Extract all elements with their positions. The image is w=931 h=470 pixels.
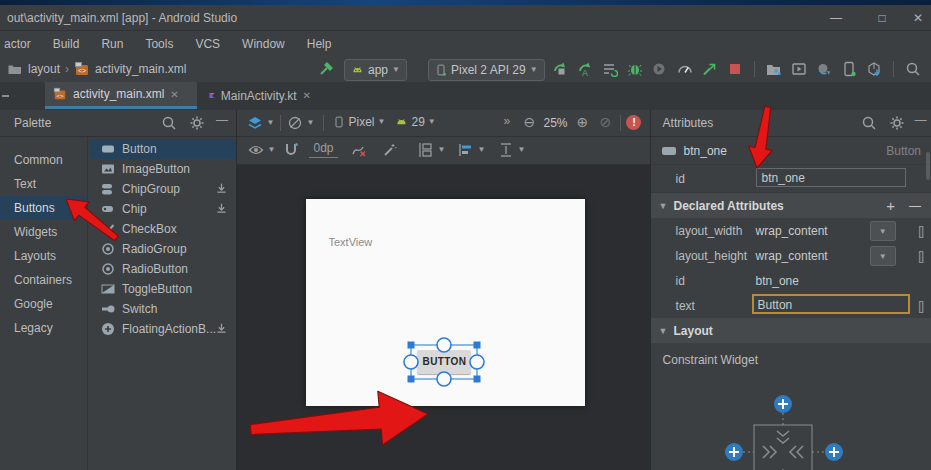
resource-flag-icon[interactable]: [] — [918, 299, 923, 313]
collapse-arrow-icon[interactable]: ▼ — [659, 201, 668, 211]
profile-app-icon[interactable] — [702, 61, 718, 77]
menu-item-run[interactable]: Run — [90, 37, 134, 51]
palette-item-button[interactable]: Button — [89, 139, 236, 159]
error-panel-icon[interactable]: ! — [626, 115, 641, 130]
category-layouts[interactable]: Layouts — [0, 244, 87, 268]
declared-attributes-header[interactable]: ▼ Declared Attributes + — — [651, 193, 931, 218]
collapse-arrow-icon[interactable]: ▼ — [659, 326, 668, 336]
run-icon[interactable] — [552, 61, 568, 77]
apply-code-changes-icon[interactable] — [602, 61, 618, 77]
zoom-in-button[interactable]: ⊕ — [576, 114, 588, 130]
category-text[interactable]: Text — [0, 172, 87, 196]
component-row[interactable]: btn_one Button — [651, 137, 931, 165]
search-icon[interactable] — [161, 115, 177, 131]
category-common[interactable]: Common — [0, 148, 87, 172]
maximize-button[interactable]: □ — [859, 11, 905, 25]
default-margin-selector[interactable]: 0dp — [309, 141, 337, 158]
palette-item-togglebutton[interactable]: ToggleButton — [89, 279, 236, 299]
menu-item-build[interactable]: Build — [42, 37, 91, 51]
search-everywhere-icon[interactable] — [905, 61, 921, 77]
attribute-row-layout-width[interactable]: layout_width wrap_content ▼ [] — [651, 218, 931, 243]
category-buttons[interactable]: Buttons — [0, 196, 87, 220]
attribute-value[interactable]: btn_one — [756, 274, 799, 288]
breadcrumb-file[interactable]: activity_main.xml — [95, 62, 186, 76]
profiler-icon[interactable] — [677, 61, 693, 77]
dropdown-button[interactable]: ▼ — [870, 221, 896, 241]
scrollbar-thumb[interactable] — [926, 152, 930, 180]
margin-value: 0dp — [313, 141, 333, 155]
resource-flag-icon[interactable]: [] — [918, 249, 923, 263]
attribute-row-id[interactable]: id btn_one — [651, 268, 931, 293]
attribute-value[interactable]: wrap_content — [756, 224, 828, 238]
stop-icon[interactable] — [727, 61, 743, 77]
constraint-widget[interactable] — [651, 360, 931, 470]
menu-item-window[interactable]: Window — [231, 37, 296, 51]
palette-item-floatingactionbutton[interactable]: FloatingActionB... — [89, 319, 236, 339]
sdk-manager-icon[interactable] — [866, 61, 882, 77]
debug-icon[interactable] — [627, 61, 643, 77]
clear-constraints-button[interactable] — [351, 142, 367, 158]
pack-dropdown[interactable]: ▼ — [498, 142, 525, 158]
close-button[interactable]: ✕ — [905, 11, 931, 25]
palette-item-chip[interactable]: Chip — [89, 199, 236, 219]
toolbar-overflow-icon[interactable]: » — [503, 114, 510, 128]
minimize-button[interactable]: — — [813, 11, 859, 25]
category-google[interactable]: Google — [0, 292, 87, 316]
device-manager-icon[interactable] — [766, 61, 782, 77]
gear-icon[interactable] — [189, 115, 205, 131]
resource-flag-icon[interactable]: [] — [918, 224, 923, 238]
close-icon[interactable]: ✕ — [303, 90, 311, 101]
text-value-input[interactable]: Button — [752, 294, 910, 314]
menu-item-refactor[interactable]: actor — [0, 37, 42, 51]
attach-debugger-icon[interactable] — [652, 61, 668, 77]
build-hammer-icon[interactable] — [318, 61, 334, 77]
add-attribute-button[interactable]: + — [886, 197, 895, 214]
hide-panel-icon[interactable]: — — [915, 113, 927, 127]
category-widgets[interactable]: Widgets — [0, 220, 87, 244]
close-icon[interactable]: ✕ — [170, 89, 178, 100]
orientation-dropdown[interactable]: ▼ — [287, 115, 314, 131]
logcat-icon[interactable] — [791, 61, 807, 77]
layout-inspector-icon[interactable] — [841, 61, 857, 77]
attribute-value[interactable]: wrap_content — [756, 249, 828, 263]
api-selector[interactable]: 29▼ — [395, 115, 435, 129]
run-config-dropdown[interactable]: app ▼ — [344, 59, 407, 81]
search-icon[interactable] — [861, 115, 877, 131]
zoom-to-fit-button[interactable]: ⊘ — [599, 114, 611, 130]
zoom-out-button[interactable]: ⊖ — [523, 114, 535, 130]
palette-item-imagebutton[interactable]: ImageButton — [89, 159, 236, 179]
breadcrumb-folder[interactable]: layout — [28, 62, 60, 76]
tab-activity-main-xml[interactable]: <> activity_main.xml ✕ — [45, 82, 197, 109]
id-input[interactable]: btn_one — [756, 168, 906, 187]
menu-item-help[interactable]: Help — [296, 37, 343, 51]
device-dropdown[interactable]: Pixel 2 API 29 ▼ — [428, 59, 545, 81]
guidelines-dropdown[interactable]: ▼ — [418, 142, 445, 158]
dropdown-button[interactable]: ▼ — [870, 246, 896, 266]
attribute-row-text[interactable]: text Button [] — [651, 293, 931, 318]
align-dropdown[interactable]: ▼ — [458, 142, 485, 158]
category-containers[interactable]: Containers — [0, 268, 87, 292]
category-legacy[interactable]: Legacy — [0, 316, 87, 340]
palette-item-chipgroup[interactable]: ChipGroup — [89, 179, 236, 199]
attribute-row-layout-height[interactable]: layout_height wrap_content ▼ [] — [651, 243, 931, 268]
palette-item-radiogroup[interactable]: RadioGroup — [89, 239, 236, 259]
menu-item-vcs[interactable]: VCS — [184, 37, 231, 51]
design-canvas[interactable]: TextView BUTTON — [306, 199, 585, 406]
apply-changes-icon[interactable]: A — [577, 61, 593, 77]
tab-mainactivity-kt[interactable]: MainActivity.kt ✕ — [201, 82, 319, 109]
gear-icon[interactable] — [889, 115, 905, 131]
autoconnect-toggle[interactable] — [283, 142, 299, 158]
device-selector[interactable]: Pixel▼ — [333, 115, 385, 129]
view-mode-dropdown[interactable]: ▼ — [247, 115, 274, 131]
palette-item-checkbox[interactable]: CheckBox — [89, 219, 236, 239]
layout-section-header[interactable]: ▼ Layout — [651, 318, 931, 343]
palette-item-radiobutton[interactable]: RadioButton — [89, 259, 236, 279]
gradle-sync-icon[interactable] — [816, 61, 832, 77]
hide-panel-icon[interactable]: — — [216, 113, 228, 127]
view-options-dropdown[interactable]: ▼ — [248, 142, 275, 158]
palette-item-switch[interactable]: Switch — [89, 299, 236, 319]
selection-handles[interactable] — [306, 199, 585, 406]
remove-attribute-button[interactable]: — — [909, 199, 921, 213]
menu-item-tools[interactable]: Tools — [134, 37, 184, 51]
infer-constraints-button[interactable] — [382, 142, 398, 158]
